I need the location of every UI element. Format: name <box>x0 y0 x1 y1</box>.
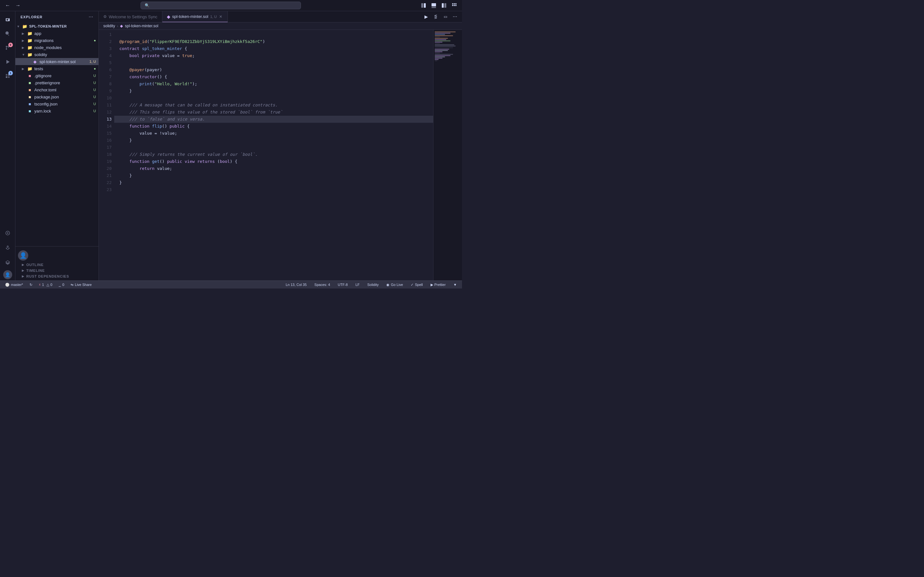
sidebar-section-timeline[interactable]: ▶ TIMELINE <box>15 268 99 274</box>
sidebar-item-tests[interactable]: ▶ 📁 tests ● <box>15 65 99 72</box>
language-label: Solidity <box>367 283 379 287</box>
tab-editor[interactable]: ◆ spl-token-minter.sol 1, U ✕ <box>162 11 228 22</box>
prettier-icon: ▶ <box>431 283 433 287</box>
code-line-3: contract spl_token_minter { <box>114 45 433 52</box>
code-editor: 1 2 3 4 5 6 7 8 9 10 11 12 13 14 15 16 1… <box>99 30 462 280</box>
svg-rect-1 <box>424 3 426 8</box>
svg-point-11 <box>455 5 457 6</box>
search-box[interactable]: 🔍 spl-token-minter <box>141 2 301 9</box>
tests-arrow: ▶ <box>22 67 27 71</box>
status-errors[interactable]: ☓ 1 △ 0 <box>37 281 54 289</box>
prettierignore-badge: U <box>94 81 96 85</box>
activity-run[interactable] <box>1 55 14 68</box>
live-share-icon: ⇋ <box>71 283 73 287</box>
code-line-9: } <box>114 87 433 95</box>
prettier-label: Prettier <box>435 283 446 287</box>
status-git-branch[interactable]: ⚪ master* <box>3 281 25 289</box>
activity-extensions[interactable]: 1 <box>1 69 14 82</box>
status-sync[interactable]: ↻ <box>27 281 34 289</box>
svg-rect-18 <box>8 76 10 78</box>
sidebar-item-node-modules[interactable]: ▶ 📁 node_modules <box>15 44 99 51</box>
toggle-sidebar-button[interactable] <box>419 1 428 10</box>
editor-more-button[interactable]: ⋯ <box>451 12 459 21</box>
rust-deps-arrow: ▶ <box>22 275 26 278</box>
code-line-10 <box>114 95 433 102</box>
activity-explorer[interactable] <box>1 13 14 26</box>
status-go-live[interactable]: ◉ Go Live <box>384 281 405 289</box>
sidebar-item-anchor-toml[interactable]: ■ Anchor.toml U <box>15 86 99 93</box>
status-live-share[interactable]: ⇋ Live Share <box>69 281 94 289</box>
root-folder[interactable]: ▼ 📁 SPL-TOKEN-MINTER <box>15 23 99 30</box>
tabs-bar: ⚙ Welcome to Settings Sync ◆ spl-token-m… <box>99 11 462 23</box>
breadcrumb-separator: › <box>117 24 118 28</box>
run-editor-button[interactable]: ▶ <box>422 12 431 21</box>
titlebar-search-area: 🔍 spl-token-minter <box>141 2 301 9</box>
toggle-panel-button[interactable] <box>429 1 438 10</box>
statusbar: ⚪ master* ↻ ☓ 1 △ 0 ⎯ 0 ⇋ Live Share Ln … <box>0 280 462 288</box>
split-editor-button[interactable]: ⋚ <box>431 12 440 21</box>
code-line-12: /// This one flips the value of the stor… <box>114 109 433 116</box>
sidebar-item-tsconfig[interactable]: ■ tsconfig.json U <box>15 100 99 107</box>
code-content[interactable]: @program_id("FlipperKF9EfD821ZbbYjS319LX… <box>114 30 433 280</box>
sidebar-item-gitignore[interactable]: ■ .gitignore U <box>15 72 99 79</box>
svg-rect-4 <box>442 3 444 8</box>
user-avatar[interactable]: 👤 <box>3 270 12 279</box>
sidebar-section-outline[interactable]: ▶ OUTLINE <box>15 262 99 268</box>
warning-icon: △ <box>47 283 49 287</box>
editor-tab-icon: ◆ <box>167 14 170 19</box>
sidebar-section-rust-deps[interactable]: ▶ RUST DEPENDENCIES <box>15 274 99 279</box>
sol-file-badge: 1, U <box>89 60 96 63</box>
activity-anchor[interactable] <box>1 242 14 254</box>
status-notifications[interactable]: ▼ <box>451 281 459 289</box>
nav-forward-button[interactable]: → <box>13 1 23 10</box>
live-share-label: Live Share <box>75 283 92 287</box>
breadcrumb-part-file[interactable]: spl-token-minter.sol <box>125 24 158 28</box>
status-line-ending[interactable]: LF <box>354 281 362 289</box>
sidebar-item-yarn-lock[interactable]: ■ yarn.lock U <box>15 107 99 114</box>
status-git-indicator[interactable]: ⎯ 0 <box>57 281 66 289</box>
sidebar-item-prettierignore[interactable]: ■ .prettierignore U <box>15 79 99 86</box>
root-arrow: ▼ <box>17 25 22 28</box>
sidebar-item-package-json[interactable]: ■ package.json U <box>15 93 99 100</box>
toggle-secondary-sidebar-button[interactable] <box>439 1 449 10</box>
sidebar-item-sol-file[interactable]: ◆ spl-token-minter.sol 1, U <box>15 58 99 65</box>
code-line-14: function flip() public { <box>114 123 433 130</box>
activity-layers[interactable] <box>1 256 14 269</box>
sidebar-item-migrations[interactable]: ▶ 📁 migrations ● <box>15 37 99 44</box>
git-indicator-count: 0 <box>62 283 64 287</box>
user-avatar-sidebar[interactable]: 👤 <box>18 250 28 261</box>
solidity-arrow: ▼ <box>22 53 27 56</box>
sidebar-item-app[interactable]: ▶ 📁 app <box>15 30 99 37</box>
migrations-arrow: ▶ <box>22 39 27 42</box>
status-encoding[interactable]: UTF-8 <box>336 281 350 289</box>
more-actions-icon[interactable]: ⋯ <box>89 15 94 19</box>
activity-remote[interactable] <box>1 227 14 239</box>
status-cursor[interactable]: Ln 13, Col 35 <box>284 281 309 289</box>
status-spaces[interactable]: Spaces: 4 <box>312 281 332 289</box>
solidity-name: solidity <box>34 52 96 57</box>
activity-source-control[interactable]: 9 <box>1 41 14 54</box>
sync-icon: ↻ <box>29 283 32 287</box>
tsconfig-icon: ■ <box>27 101 33 106</box>
customize-layout-button[interactable] <box>450 1 459 10</box>
code-line-8: print("Hello, World!"); <box>114 81 433 87</box>
svg-rect-15 <box>6 74 7 76</box>
activity-search[interactable] <box>1 27 14 40</box>
gitignore-name: .gitignore <box>34 73 91 78</box>
line-ending-label: LF <box>355 283 360 287</box>
search-input[interactable]: spl-token-minter <box>152 3 297 8</box>
status-prettier[interactable]: ▶ Prettier <box>429 281 447 289</box>
cursor-position: Ln 13, Col 35 <box>286 283 306 287</box>
breadcrumb-part-solidity[interactable]: solidity <box>103 24 115 28</box>
activity-bar: 9 1 👤 <box>0 11 15 280</box>
status-language[interactable]: Solidity <box>365 281 381 289</box>
status-spell[interactable]: ✓ Spell <box>409 281 425 289</box>
editor-layout-button[interactable]: ▭ <box>441 12 450 21</box>
sidebar-item-solidity[interactable]: ▼ 📁 solidity <box>15 51 99 58</box>
svg-point-21 <box>7 246 8 247</box>
tab-welcome[interactable]: ⚙ Welcome to Settings Sync <box>99 11 162 22</box>
node-modules-icon: 📁 <box>27 45 33 50</box>
editor-tab-close-button[interactable]: ✕ <box>218 14 223 19</box>
activity-bottom: 👤 <box>1 226 14 279</box>
nav-back-button[interactable]: ← <box>3 1 12 10</box>
